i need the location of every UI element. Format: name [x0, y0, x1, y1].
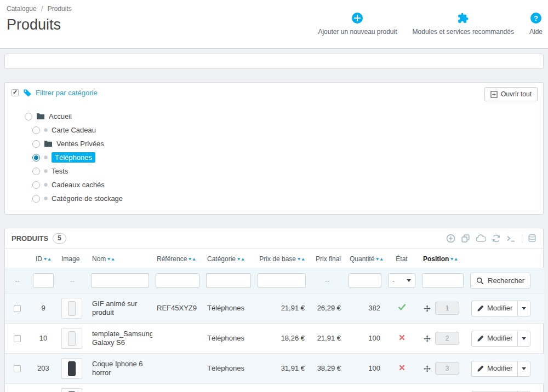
product-row: 10 template_Samsung Galaxy S6 Téléphones… [5, 324, 544, 354]
product-image[interactable] [61, 358, 82, 379]
filter-name-input[interactable] [91, 273, 149, 288]
row-checkbox[interactable] [14, 305, 21, 312]
search-button-label: Rechercher [488, 276, 524, 285]
category-item[interactable]: Tests [32, 164, 543, 178]
filter-category-title[interactable]: Filtrer par catégorie [36, 89, 98, 97]
position-input[interactable]: 2 [435, 332, 459, 345]
puzzle-icon [457, 12, 470, 24]
database-icon[interactable] [528, 234, 536, 243]
cross-icon[interactable] [399, 335, 405, 341]
sort-icon[interactable] [44, 255, 51, 263]
breadcrumb-separator: / [41, 5, 43, 13]
position-cell: 1 [423, 302, 463, 315]
product-category: Téléphones [203, 293, 254, 324]
category-item[interactable]: Cadeaux cachés [32, 178, 543, 192]
column-header[interactable]: Nom [88, 249, 152, 268]
import-icon[interactable] [476, 234, 486, 243]
breadcrumb-catalogue[interactable]: Catalogue [7, 5, 37, 13]
state-select-value: - [392, 277, 395, 285]
category-item[interactable]: Carte Cadeau [32, 123, 543, 137]
column-header[interactable]: Prix de base [254, 249, 309, 268]
column-header[interactable]: Quantité [345, 249, 385, 268]
product-reference: REF45XYZ9 [152, 293, 203, 324]
panel-toolbar [446, 234, 536, 243]
dot-icon [44, 183, 48, 187]
filter-empty: -- [70, 277, 75, 285]
row-checkbox[interactable] [14, 365, 21, 372]
product-status [385, 384, 419, 392]
position-input[interactable]: 3 [435, 362, 459, 375]
category-item[interactable]: Accueil [25, 109, 543, 123]
sort-icon[interactable] [189, 255, 196, 263]
bulk-actions-bar [4, 54, 544, 69]
row-checkbox[interactable] [14, 335, 21, 342]
search-button[interactable]: Rechercher [470, 273, 530, 289]
header-action-add-product[interactable]: Ajouter un nouveau produit [318, 12, 397, 36]
header-action-label: Modules et services recommandés [413, 28, 514, 36]
product-final-price: 21,91 € [309, 324, 345, 354]
move-icon[interactable] [423, 304, 431, 313]
header-action-recommended-modules[interactable]: Modules et services recommandés [413, 12, 514, 36]
filter-position-input[interactable] [422, 273, 464, 288]
sort-icon[interactable] [237, 255, 244, 263]
pencil-icon [477, 305, 484, 312]
category-item[interactable]: Téléphones [32, 151, 543, 164]
move-icon[interactable] [423, 335, 431, 343]
filter-state-select[interactable]: - [388, 273, 415, 288]
filter-reference-input[interactable] [156, 273, 199, 288]
category-radio[interactable] [32, 168, 40, 175]
open-all-button[interactable]: Ouvrir tout [484, 87, 538, 101]
breadcrumb-produits[interactable]: Produits [48, 5, 72, 13]
product-row: 9 GIF animé sur produit REF45XYZ9 Téléph… [5, 293, 544, 324]
category-item[interactable]: Catégorie de stockage [32, 192, 543, 205]
category-radio[interactable] [32, 195, 40, 203]
filter-empty: -- [15, 277, 20, 285]
edit-button[interactable]: Modifier [471, 331, 530, 347]
category-radio[interactable] [32, 154, 40, 162]
category-item[interactable]: Ventes Privées [32, 137, 543, 151]
caret-down-icon [522, 337, 526, 340]
products-panel-header: PRODUITS 5 [5, 228, 543, 249]
refresh-icon[interactable] [492, 234, 501, 243]
filter-base-price-input[interactable] [258, 273, 306, 288]
edit-button[interactable]: Modifier [471, 301, 530, 316]
sort-icon[interactable] [298, 255, 305, 263]
column-label: Nom [92, 255, 106, 263]
filter-id-input[interactable] [33, 273, 54, 288]
edit-dropdown-toggle[interactable] [517, 331, 530, 346]
category-radio[interactable] [32, 126, 40, 134]
edit-button[interactable]: Modifier [471, 361, 530, 377]
duplicate-icon[interactable] [461, 234, 470, 243]
move-icon[interactable] [423, 365, 431, 373]
category-radio[interactable] [32, 140, 40, 148]
product-image[interactable] [61, 388, 82, 392]
filter-category-checkbox[interactable] [12, 89, 19, 96]
sort-icon[interactable] [376, 255, 383, 263]
category-label: Ventes Privées [56, 140, 104, 148]
folder-icon [44, 140, 53, 147]
column-header[interactable]: Catégorie [203, 249, 254, 268]
category-radio[interactable] [32, 181, 40, 189]
edit-dropdown-toggle[interactable] [517, 361, 530, 376]
sort-icon[interactable] [450, 255, 458, 263]
column-header[interactable]: ID [30, 249, 57, 268]
header-action-label: Ajouter un nouveau produit [318, 28, 397, 36]
column-label: Catégorie [207, 255, 236, 263]
column-header[interactable]: Référence [152, 249, 203, 268]
filter-category-input[interactable] [206, 273, 251, 288]
check-icon[interactable] [398, 303, 406, 310]
caret-down-icon [522, 367, 526, 370]
cross-icon[interactable] [399, 365, 405, 371]
product-image[interactable] [61, 328, 82, 349]
column-header[interactable]: Position [419, 249, 467, 268]
add-icon[interactable] [446, 234, 455, 243]
position-input[interactable]: 1 [435, 302, 459, 315]
header-action-help[interactable]: ? Aide [529, 12, 543, 36]
terminal-icon[interactable] [506, 235, 516, 243]
sort-icon[interactable] [107, 255, 115, 263]
filter-quantity-input[interactable] [349, 273, 381, 288]
column-header: Image [57, 249, 88, 268]
product-image[interactable] [61, 298, 82, 319]
category-radio[interactable] [25, 113, 32, 120]
edit-dropdown-toggle[interactable] [517, 301, 530, 316]
